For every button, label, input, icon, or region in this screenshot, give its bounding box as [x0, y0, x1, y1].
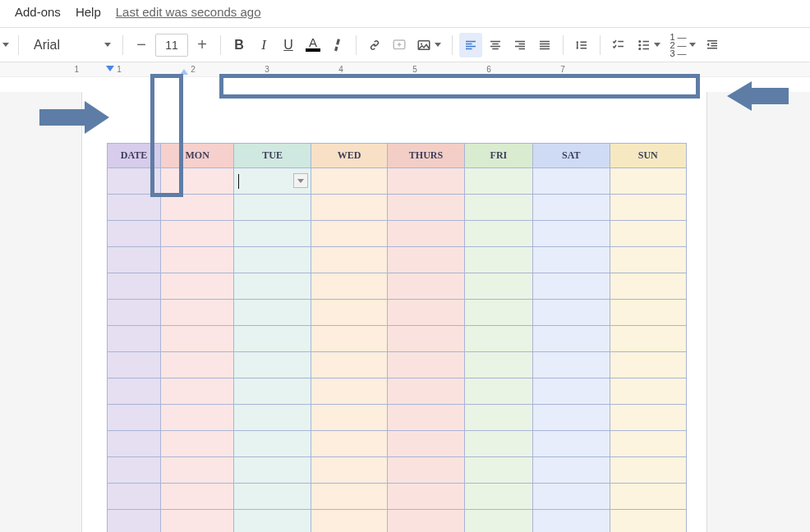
table-cell[interactable] — [464, 221, 532, 247]
checklist-button[interactable] — [607, 33, 630, 57]
table-cell[interactable] — [311, 431, 387, 457]
table-cell[interactable] — [161, 273, 234, 300]
table-cell[interactable] — [388, 247, 464, 273]
document-canvas[interactable]: DATE MON TUE WED THURS FRI SAT SUN — [0, 92, 810, 532]
table-cell[interactable] — [161, 405, 234, 431]
table-cell[interactable] — [311, 378, 387, 405]
table-cell[interactable] — [108, 273, 161, 300]
add-comment-button[interactable] — [388, 33, 411, 57]
horizontal-ruler[interactable]: 1 1 2 3 4 5 6 7 — [0, 62, 810, 77]
table-cell[interactable] — [388, 510, 464, 533]
table-cell[interactable] — [533, 168, 610, 195]
table-cell[interactable] — [464, 352, 532, 378]
table-cell[interactable] — [108, 221, 161, 247]
table-cell[interactable] — [533, 247, 610, 273]
table-cell[interactable] — [234, 510, 311, 533]
menu-addons[interactable]: Add-ons — [15, 5, 61, 19]
table-cell[interactable] — [108, 457, 161, 484]
table-cell[interactable] — [388, 221, 464, 247]
bold-button[interactable]: B — [228, 33, 251, 57]
table-cell[interactable] — [464, 300, 532, 326]
table-cell[interactable] — [464, 431, 532, 457]
table-cell[interactable] — [610, 457, 687, 484]
table-cell[interactable] — [311, 195, 387, 221]
table-cell[interactable] — [464, 247, 532, 273]
align-right-button[interactable] — [509, 33, 532, 57]
table-cell[interactable] — [311, 457, 387, 484]
table-cell[interactable] — [464, 168, 532, 195]
table-cell[interactable] — [234, 221, 311, 247]
table-cell[interactable] — [464, 273, 532, 300]
table-cell[interactable] — [610, 247, 687, 273]
table-cell[interactable] — [610, 168, 687, 195]
header-wed[interactable]: WED — [311, 144, 387, 168]
table-cell[interactable] — [388, 378, 464, 405]
table-cell[interactable] — [234, 247, 311, 273]
insert-image-button[interactable] — [412, 33, 445, 57]
table-cell[interactable] — [311, 405, 387, 431]
table-cell[interactable] — [388, 300, 464, 326]
table-cell[interactable] — [533, 484, 610, 510]
table-cell[interactable] — [108, 326, 161, 352]
table-cell[interactable] — [108, 510, 161, 533]
table-cell[interactable] — [234, 273, 311, 300]
table-cell[interactable] — [388, 273, 464, 300]
table-cell[interactable] — [108, 352, 161, 378]
table-cell[interactable] — [234, 457, 311, 484]
header-tue[interactable]: TUE — [234, 144, 311, 168]
font-family-select[interactable]: Arial — [25, 33, 116, 57]
header-mon[interactable]: MON — [161, 144, 234, 168]
table-cell[interactable] — [610, 352, 687, 378]
text-color-button[interactable]: A — [301, 33, 324, 57]
table-cell[interactable] — [108, 195, 161, 221]
styles-dropdown[interactable] — [0, 33, 12, 57]
table-cell[interactable] — [161, 168, 234, 195]
align-justify-button[interactable] — [533, 33, 556, 57]
table-cell[interactable] — [311, 247, 387, 273]
table-cell[interactable] — [108, 168, 161, 195]
table-cell[interactable] — [388, 168, 464, 195]
header-thurs[interactable]: THURS — [388, 144, 464, 168]
table-cell[interactable] — [161, 457, 234, 484]
table-cell[interactable] — [234, 326, 311, 352]
table-cell[interactable] — [311, 221, 387, 247]
table-cell[interactable] — [610, 195, 687, 221]
table-cell[interactable] — [464, 195, 532, 221]
table-cell[interactable] — [161, 300, 234, 326]
table-cell[interactable] — [533, 326, 610, 352]
table-cell[interactable] — [464, 326, 532, 352]
table-cell[interactable] — [388, 326, 464, 352]
table-cell[interactable] — [234, 431, 311, 457]
table-cell[interactable] — [108, 484, 161, 510]
table-cell[interactable] — [311, 510, 387, 533]
table-cell[interactable] — [464, 510, 532, 533]
table-cell[interactable] — [161, 510, 234, 533]
header-sun[interactable]: SUN — [610, 144, 687, 168]
table-cell[interactable] — [533, 352, 610, 378]
table-cell[interactable] — [311, 352, 387, 378]
table-cell[interactable] — [533, 510, 610, 533]
table-cell[interactable] — [234, 195, 311, 221]
table-cell[interactable] — [610, 510, 687, 533]
table-cell[interactable] — [161, 326, 234, 352]
table-cell[interactable] — [388, 405, 464, 431]
table-cell[interactable] — [610, 484, 687, 510]
table-cell[interactable] — [610, 405, 687, 431]
table-cell[interactable] — [464, 484, 532, 510]
font-size-increase-button[interactable]: + — [191, 34, 214, 57]
italic-button[interactable]: I — [252, 33, 275, 57]
table-cell[interactable] — [311, 484, 387, 510]
table-cell[interactable] — [533, 300, 610, 326]
menu-help[interactable]: Help — [76, 5, 101, 19]
table-cell[interactable] — [108, 378, 161, 405]
decrease-indent-button[interactable] — [701, 33, 724, 57]
table-cell[interactable] — [108, 431, 161, 457]
highlight-color-button[interactable] — [326, 33, 349, 57]
planner-table[interactable]: DATE MON TUE WED THURS FRI SAT SUN — [107, 143, 687, 532]
font-size-input[interactable]: 11 — [155, 34, 188, 57]
table-cell[interactable] — [388, 457, 464, 484]
table-cell[interactable] — [610, 326, 687, 352]
table-cell[interactable] — [161, 352, 234, 378]
table-cell[interactable] — [533, 221, 610, 247]
table-cell[interactable] — [533, 431, 610, 457]
